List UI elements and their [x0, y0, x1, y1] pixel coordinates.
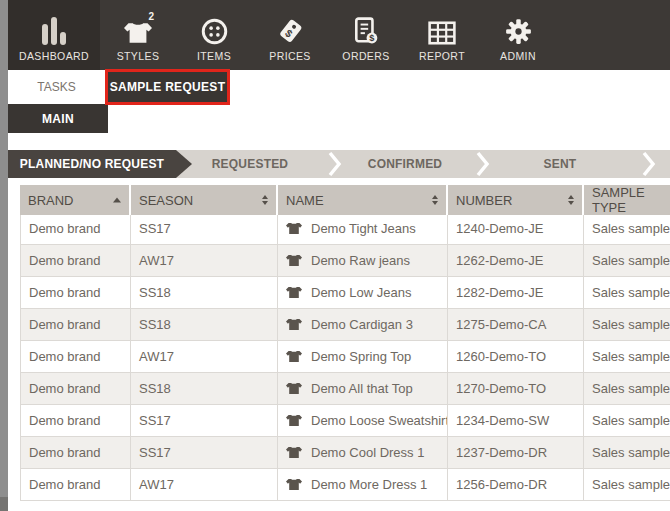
table-row[interactable]: Demo brand SS17 Demo Tight Jeans 1240-De… — [21, 213, 670, 245]
nav-label: ORDERS — [342, 50, 389, 62]
gear-icon — [505, 15, 532, 45]
tshirt-icon — [286, 382, 302, 395]
cell-season: SS18 — [131, 309, 278, 340]
tab-sample-request[interactable]: SAMPLE REQUEST — [105, 69, 230, 105]
cell-sample-type: Sales sample — [584, 341, 670, 372]
style-name: Demo More Dress 1 — [311, 477, 427, 492]
workflow-step-sent[interactable]: SENT — [544, 150, 577, 178]
column-header-number[interactable]: NUMBER — [448, 185, 584, 215]
tshirt-icon — [286, 478, 302, 491]
cell-name: Demo Cardigan 3 — [278, 309, 448, 340]
cell-season: SS17 — [131, 437, 278, 468]
nav-item-items[interactable]: ITEMS — [176, 0, 252, 70]
tshirt-icon — [286, 318, 302, 331]
column-label: SAMPLE TYPE — [592, 185, 670, 215]
cell-number: 1270-Demo-TO — [448, 373, 584, 404]
column-label: SEASON — [139, 193, 193, 208]
tshirt-icon — [286, 414, 302, 427]
nav-label: ITEMS — [197, 50, 231, 62]
cell-sample-type: Sales sample — [584, 437, 670, 468]
cell-brand: Demo brand — [21, 277, 131, 308]
tab-main[interactable]: MAIN — [8, 104, 108, 133]
style-name: Demo Cool Dress 1 — [311, 445, 424, 460]
cell-sample-type: Sales sample — [584, 277, 670, 308]
style-name: Demo Raw jeans — [311, 253, 410, 268]
nav-item-prices[interactable]: $ PRICES — [252, 0, 328, 70]
scrollbar-end[interactable] — [0, 497, 8, 511]
cell-name: Demo All that Top — [278, 373, 448, 404]
column-label: NUMBER — [456, 193, 512, 208]
cell-name: Demo More Dress 1 — [278, 469, 448, 500]
cell-brand: Demo brand — [21, 469, 131, 500]
column-label: NAME — [286, 193, 324, 208]
column-header-season[interactable]: SEASON — [131, 185, 278, 215]
cell-number: 1262-Demo-JE — [448, 245, 584, 276]
chevron-right-icon — [474, 150, 492, 178]
tab-tasks[interactable]: TASKS — [8, 70, 105, 104]
app-window: DASHBOARD 2 STYLES — [0, 0, 670, 511]
spacer — [8, 133, 670, 150]
workflow-step-requested[interactable]: REQUESTED — [212, 150, 288, 178]
cell-season: SS17 — [131, 405, 278, 436]
nav-item-admin[interactable]: ADMIN — [480, 0, 556, 70]
tab-bar-secondary: TASKS SAMPLE REQUEST — [8, 70, 670, 104]
cell-number: 1240-Demo-JE — [448, 213, 584, 244]
cell-brand: Demo brand — [21, 309, 131, 340]
cell-brand: Demo brand — [21, 213, 131, 244]
nav-item-report[interactable]: REPORT — [404, 0, 480, 70]
tshirt-icon — [286, 254, 302, 267]
content-area: DASHBOARD 2 STYLES — [8, 0, 670, 511]
column-header-brand[interactable]: BRAND — [20, 185, 131, 215]
cell-season: SS18 — [131, 277, 278, 308]
cell-season: AW17 — [131, 469, 278, 500]
cell-number: 1234-Demo-SW — [448, 405, 584, 436]
table-row[interactable]: Demo brand SS17 Demo Loose Sweatshirt 1 … — [21, 405, 670, 437]
workflow-step-confirmed[interactable]: CONFIRMED — [368, 150, 442, 178]
cell-season: SS17 — [131, 213, 278, 244]
cell-name: Demo Cool Dress 1 — [278, 437, 448, 468]
table-row[interactable]: Demo brand AW17 Demo Raw jeans 1262-Demo… — [21, 245, 670, 277]
cell-brand: Demo brand — [21, 245, 131, 276]
cell-sample-type: Sales sample — [584, 213, 670, 244]
table-header-row: BRAND SEASON NAME NUMBER SAMPLE TYPE — [20, 185, 670, 211]
nav-label: ADMIN — [500, 50, 536, 62]
nav-item-styles[interactable]: 2 STYLES — [100, 0, 176, 70]
sort-icon — [262, 195, 268, 205]
workflow-status-strip: PLANNED/NO REQUEST REQUESTED CONFIRMED S… — [8, 150, 670, 178]
button-icon — [201, 15, 228, 45]
column-header-name[interactable]: NAME — [278, 185, 448, 215]
nav-item-orders[interactable]: $ ORDERS — [328, 0, 404, 70]
styles-count-badge: 2 — [148, 11, 154, 22]
table-row[interactable]: Demo brand AW17 Demo Spring Top 1260-Dem… — [21, 341, 670, 373]
column-header-sample-type[interactable]: SAMPLE TYPE — [584, 185, 670, 215]
cell-name: Demo Low Jeans — [278, 277, 448, 308]
cell-season: AW17 — [131, 341, 278, 372]
cell-sample-type: Sales sample — [584, 373, 670, 404]
cell-sample-type: Sales sample — [584, 245, 670, 276]
table-row[interactable]: Demo brand SS18 Demo Low Jeans 1282-Demo… — [21, 277, 670, 309]
svg-text:$: $ — [369, 33, 374, 43]
left-scrollbar[interactable] — [0, 0, 8, 511]
tshirt-icon — [286, 286, 302, 299]
workflow-step-planned[interactable]: PLANNED/NO REQUEST — [8, 150, 176, 178]
cell-name: Demo Spring Top — [278, 341, 448, 372]
cell-name: Demo Loose Sweatshirt 1 — [278, 405, 448, 436]
chevron-right-icon — [326, 150, 344, 178]
cell-number: 1260-Demo-TO — [448, 341, 584, 372]
table-row[interactable]: Demo brand AW17 Demo More Dress 1 1256-D… — [21, 469, 670, 501]
cell-number: 1256-Demo-DR — [448, 469, 584, 500]
style-name: Demo Loose Sweatshirt 1 — [311, 413, 448, 428]
table-row[interactable]: Demo brand SS17 Demo Cool Dress 1 1237-D… — [21, 437, 670, 469]
main-nav: DASHBOARD 2 STYLES — [8, 0, 670, 70]
style-name: Demo Cardigan 3 — [311, 317, 413, 332]
table-row[interactable]: Demo brand SS18 Demo All that Top 1270-D… — [21, 373, 670, 405]
cell-sample-type: Sales sample — [584, 405, 670, 436]
cell-sample-type: Sales sample — [584, 469, 670, 500]
nav-item-dashboard[interactable]: DASHBOARD — [8, 0, 100, 70]
style-name: Demo Spring Top — [311, 349, 411, 364]
cell-number: 1237-Demo-DR — [448, 437, 584, 468]
table-row[interactable]: Demo brand SS18 Demo Cardigan 3 1275-Dem… — [21, 309, 670, 341]
cell-season: SS18 — [131, 373, 278, 404]
nav-label: DASHBOARD — [19, 50, 89, 62]
sort-ascending-icon — [113, 198, 121, 203]
